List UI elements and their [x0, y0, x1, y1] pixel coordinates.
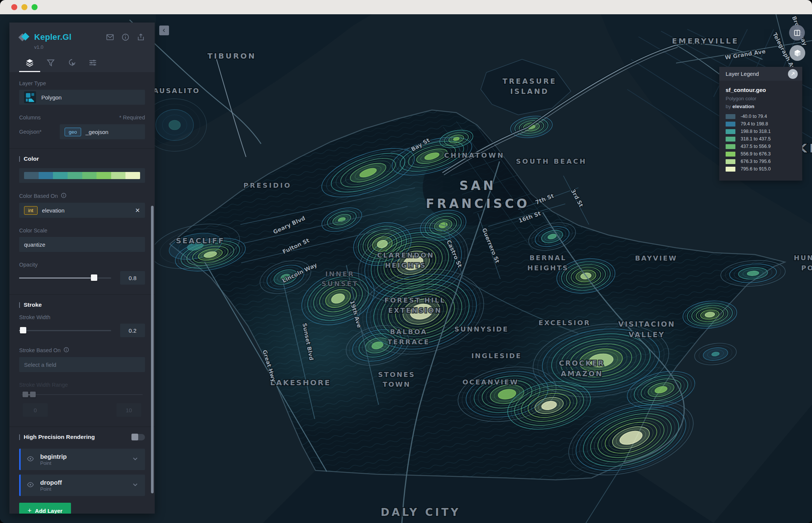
range-max-value[interactable]: 10 — [116, 403, 141, 417]
pin-legend-icon[interactable] — [788, 69, 798, 79]
zoom-window-button[interactable] — [32, 4, 38, 10]
tab-settings[interactable] — [82, 55, 103, 72]
stroke-width-label: Stroke Width — [19, 314, 145, 320]
close-window-button[interactable] — [11, 4, 17, 10]
info-icon[interactable] — [121, 33, 130, 41]
legend-channel: Polygon color — [726, 96, 796, 101]
legend-entries: -40.0 to 79.479.4 to 198.8198.8 to 318.1… — [726, 114, 796, 172]
stroke-width-range-label: Stroke Width Range — [19, 382, 145, 388]
color-range-selector[interactable] — [19, 168, 145, 183]
legend-range: 795.6 to 915.0 — [741, 166, 771, 172]
toggle-legend-button[interactable] — [789, 25, 805, 41]
macos-titlebar — [0, 0, 812, 14]
eye-icon[interactable] — [27, 455, 34, 464]
layer-card-begintrip[interactable]: begintrip Point — [19, 449, 145, 470]
legend-entry: 79.4 to 198.8 — [726, 121, 796, 127]
map-place-label: DALY CITY — [381, 506, 461, 518]
legend-swatch — [726, 122, 735, 127]
opacity-label: Opacity — [19, 262, 145, 268]
range-min-handle[interactable] — [23, 392, 28, 397]
stroke-width-value[interactable]: 0.2 — [120, 324, 145, 337]
geojson-field-selector[interactable]: geo _geojson — [60, 124, 145, 139]
tab-interactions[interactable] — [61, 55, 82, 72]
geojson-field-value: _geojson — [86, 129, 109, 135]
opacity-slider: 0.8 — [19, 271, 145, 285]
legend-range: 198.8 to 318.1 — [741, 129, 771, 134]
tab-layers[interactable] — [19, 55, 40, 72]
map-place-label: LAKESHORE — [270, 378, 331, 387]
mail-icon[interactable] — [106, 33, 114, 41]
range-min-value[interactable]: 0 — [23, 403, 48, 417]
color-field-selector[interactable]: int elevation ✕ — [19, 203, 145, 218]
minimize-window-button[interactable] — [21, 4, 27, 10]
opacity-slider-handle[interactable] — [91, 274, 97, 281]
layer-legend-panel: Layer Legend sf_contour.geo Polygon colo… — [719, 67, 802, 181]
legend-swatch — [726, 152, 735, 157]
high-precision-toggle[interactable] — [131, 434, 145, 440]
map-place-label: EXCELSIOR — [539, 319, 590, 327]
opacity-value[interactable]: 0.8 — [120, 271, 145, 285]
legend-range: 437.5 to 556.9 — [741, 144, 771, 149]
required-note: * Required — [119, 115, 145, 121]
collapse-panel-button[interactable] — [159, 26, 169, 35]
share-icon[interactable] — [137, 33, 145, 41]
map-place-label: SUNNYSIDE — [454, 325, 509, 333]
side-panel: Kepler.Gl v1.0 — [9, 23, 155, 514]
map-place-label: PRESIDIO — [243, 181, 291, 189]
color-scale-value: quantize — [24, 241, 45, 248]
legend-swatch — [726, 144, 735, 149]
legend-swatch — [726, 129, 735, 134]
chevron-down-icon[interactable] — [131, 455, 139, 464]
info-icon[interactable] — [63, 347, 69, 354]
clear-field-icon[interactable]: ✕ — [135, 207, 140, 214]
polygon-layer-icon — [24, 91, 36, 103]
legend-range: -40.0 to 79.4 — [741, 114, 767, 119]
layer-config-panel: Layer Type Polygon Columns * Required Ge… — [9, 72, 155, 514]
color-section-title: Color — [19, 155, 145, 162]
kepler-logo-icon — [19, 32, 30, 43]
sidebar-scrollbar[interactable] — [151, 206, 154, 493]
layer-type-selector[interactable]: Polygon — [19, 90, 145, 105]
legend-swatch — [726, 137, 735, 142]
layer-name: dropoff — [40, 479, 131, 486]
range-max-handle[interactable] — [30, 392, 36, 397]
app-window: TIBURONSAUSALITOEMERYVILLETREASUREISLAND… — [0, 0, 812, 523]
color-scale-selector[interactable]: quantize — [19, 237, 145, 252]
legend-range: 556.9 to 676.3 — [741, 151, 771, 157]
map-place-label: SOUTH BEACH — [516, 157, 587, 165]
eye-icon[interactable] — [27, 481, 34, 490]
legend-title: Layer Legend — [726, 71, 788, 77]
map-place-label: BAYVIEW — [635, 254, 678, 262]
stroke-width-range-slider — [21, 391, 143, 398]
info-icon[interactable] — [61, 193, 66, 199]
legend-entry: 198.8 to 318.1 — [726, 129, 796, 134]
chevron-down-icon[interactable] — [131, 481, 139, 490]
geo-type-chip: geo — [65, 128, 81, 136]
map-place-label: SAUSALITO — [147, 87, 200, 95]
legend-entry: 556.9 to 676.3 — [726, 151, 796, 157]
toggle-3d-button[interactable] — [789, 45, 805, 61]
tab-filters[interactable] — [40, 55, 61, 72]
add-layer-button[interactable]: + Add Layer — [19, 503, 71, 514]
layer-type-label: Layer Type — [19, 80, 145, 86]
color-scale-label: Color Scale — [19, 228, 145, 234]
stroke-field-selector[interactable]: Select a field — [19, 357, 145, 372]
map-place-label: CHINATOWN — [444, 151, 504, 159]
color-gradient — [24, 172, 140, 179]
app-title: Kepler.Gl — [34, 32, 106, 42]
color-field-value: elevation — [42, 207, 65, 214]
legend-entry: -40.0 to 79.4 — [726, 114, 796, 119]
side-panel-tabs — [19, 55, 145, 72]
plus-icon: + — [28, 507, 32, 514]
side-panel-header: Kepler.Gl v1.0 — [9, 23, 155, 72]
legend-entry: 318.1 to 437.5 — [726, 136, 796, 142]
map-place-label: TIBURON — [207, 51, 256, 60]
stroke-field-placeholder: Select a field — [24, 362, 56, 368]
map-place-label: EMERYVILLE — [672, 36, 739, 45]
layer-card-dropoff[interactable]: dropoff Point — [19, 475, 145, 496]
stroke-width-slider-handle[interactable] — [20, 327, 26, 333]
map-place-label: SEACLIFF — [176, 236, 225, 245]
stroke-width-slider: 0.2 — [19, 324, 145, 337]
layer-type: Point — [40, 460, 131, 466]
stroke-based-on-label: Stroke Based On — [19, 347, 145, 354]
